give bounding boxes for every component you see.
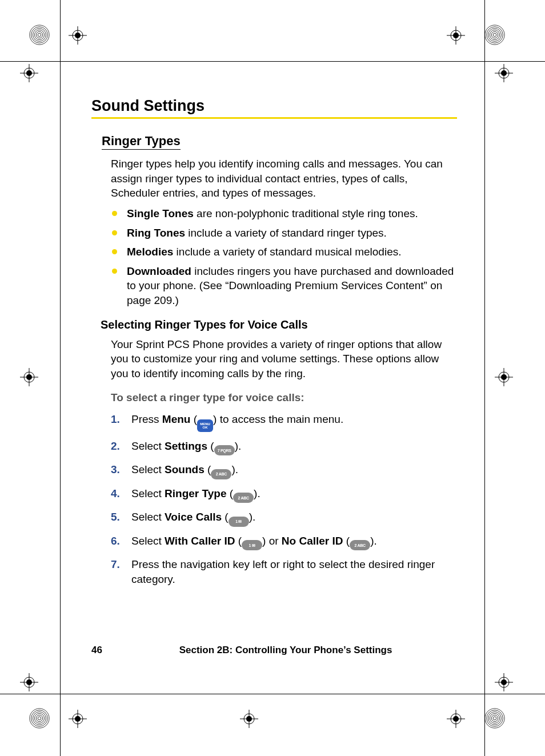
registration-target-icon [495,673,513,691]
registration-target-icon [20,368,38,386]
registration-target-icon [495,64,513,82]
step-text: ( [235,535,242,547]
step-text: ). [370,535,377,547]
bullet-text: are non-polyphonic traditional style rin… [194,207,418,219]
list-item: Downloaded includes ringers you have pur… [111,264,457,308]
svg-point-4 [36,31,42,38]
registration-rosette-icon [484,707,506,729]
step-bold: Menu [162,413,191,425]
registration-target-icon [20,64,38,82]
step-text: ). [231,463,238,475]
bullet-bold: Downloaded [127,265,191,277]
svg-point-22 [491,715,498,721]
page-footer: 46 Section 2B: Controlling Your Phone’s … [91,645,457,656]
step-bold: Voice Calls [165,511,222,523]
keypad-1-icon: 1 ✉ [229,517,249,527]
step-bold: With Caller ID [165,535,235,547]
keypad-7-icon: 7 PQRS [214,445,235,455]
svg-point-12 [30,709,49,728]
list-item: 5. Select Voice Calls (1 ✉). [111,510,457,527]
step-text: ( [222,511,229,523]
intro-selecting-ringer: Your Sprint PCS Phone provides a variety… [111,337,457,381]
step-number: 7. [111,557,120,572]
keypad-2-icon: 2 ABC [233,493,254,503]
svg-point-20 [488,712,502,725]
step-text: ( [190,413,197,425]
keypad-2-icon: 2 ABC [350,540,370,550]
crop-line-right [484,0,485,756]
title-underline [91,117,457,119]
svg-point-17 [38,717,41,720]
step-text: Press [131,413,162,425]
bullet-text: include a variety of standard ringer typ… [185,227,387,239]
svg-point-18 [485,709,504,728]
svg-point-16 [36,715,42,721]
svg-point-2 [33,29,46,42]
step-number: 5. [111,510,120,525]
keypad-1-icon: 1 ✉ [242,540,262,550]
list-item: Melodies include a variety of standard m… [111,245,457,259]
svg-point-8 [488,29,502,42]
ringer-type-list: Single Tones are non-polyphonic traditio… [111,206,457,308]
step-number: 2. [111,439,120,454]
key-label: OK [203,426,208,429]
crop-line-top [0,61,545,62]
list-item: Single Tones are non-polyphonic traditio… [111,206,457,221]
page-body: Sound Settings Ringer Types Ringer types… [91,97,457,593]
page-title: Sound Settings [91,97,457,115]
step-text: Select [131,463,165,475]
svg-point-5 [38,33,41,37]
svg-point-7 [487,27,503,43]
steps-list: 1. Press Menu (MENUOK) to access the mai… [111,412,457,587]
list-item: 2. Select Settings (7 PQRS). [111,439,457,456]
svg-point-13 [31,710,48,727]
list-item: Ring Tones include a variety of standard… [111,226,457,241]
registration-rosette-icon [29,707,50,729]
step-bold: Ringer Type [165,487,226,499]
step-number: 1. [111,412,120,427]
step-text: Select [131,511,165,523]
page-number: 46 [91,645,102,655]
step-text: ( [226,487,233,499]
step-number: 3. [111,462,120,477]
list-item: 6. Select With Caller ID (1 ✉) or No Cal… [111,534,457,551]
footer-section-name: Section 2B: Controlling Your Phone’s Set… [179,645,392,655]
step-number: 6. [111,534,120,549]
step-text: ). [235,440,242,452]
list-item: 4. Select Ringer Type (2 ABC). [111,486,457,503]
step-text: ( [207,440,214,452]
registration-target-icon [495,368,513,386]
step-text: ) to access the main menu. [213,413,343,425]
svg-point-10 [491,31,498,38]
registration-target-icon [69,26,87,45]
step-text: Select [131,535,165,547]
bullet-text: include a variety of standard musical me… [173,246,401,258]
step-bold: No Caller ID [282,535,343,547]
svg-point-19 [487,710,503,727]
step-bold: Sounds [165,463,205,475]
svg-point-11 [493,33,496,37]
svg-point-0 [30,25,49,45]
bullet-bold: Single Tones [127,207,194,219]
intro-ringer-types: Ringer types help you identify incoming … [111,157,457,201]
registration-rosette-icon [484,24,506,46]
step-bold: Settings [165,440,207,452]
procedure-lead: To select a ringer type for voice calls: [111,391,457,404]
step-text: ( [343,535,350,547]
heading-selecting-ringer: Selecting Ringer Types for Voice Calls [101,318,457,331]
registration-target-icon [69,710,87,728]
step-text: Select [131,440,165,452]
list-item: 7. Press the navigation key left or righ… [111,557,457,586]
step-text: ) or [262,535,282,547]
registration-target-icon [20,673,38,691]
step-text: ). [249,511,256,523]
keypad-2-icon: 2 ABC [211,469,231,479]
step-text: ). [254,487,261,499]
svg-point-14 [33,712,46,725]
svg-point-23 [493,717,496,720]
svg-point-6 [485,25,504,45]
step-text: Select [131,487,165,499]
menu-ok-key-icon: MENUOK [197,419,213,432]
bullet-bold: Melodies [127,246,173,258]
list-item: 1. Press Menu (MENUOK) to access the mai… [111,412,457,432]
